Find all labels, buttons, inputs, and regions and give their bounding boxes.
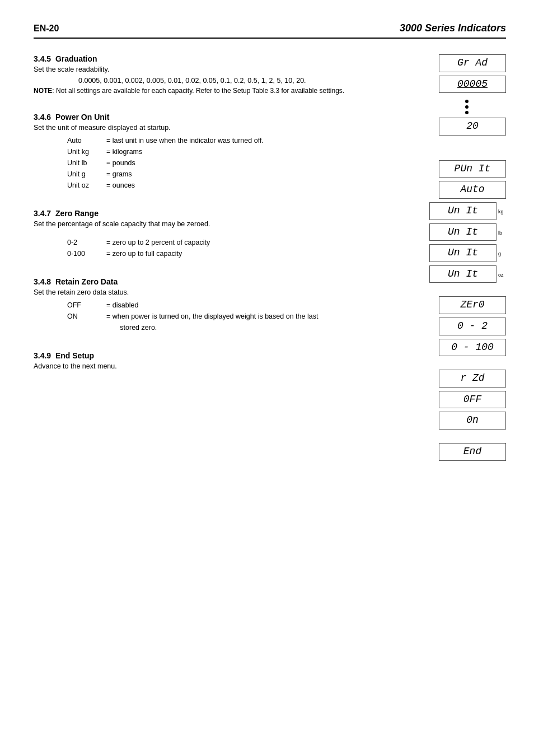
main-layout: 3.4.5 Graduation Set the scale readabili… (34, 54, 506, 469)
page-header: EN-20 3000 Series Indicators (34, 22, 506, 39)
lcd-unit-lb: Un It lb (429, 223, 506, 243)
lcd-grad-20: 20 (439, 118, 506, 137)
lcd-grad-ad: Gr Ad (439, 54, 506, 74)
lcd-display: 0n (439, 412, 506, 430)
section-title-zero-range: 3.4.7 Zero Range (34, 209, 383, 218)
list-item: Unit oz = ounces (67, 180, 383, 191)
unit-label-kg: kg (498, 209, 506, 214)
lcd-auto: Auto (439, 181, 506, 200)
section-desc-zero-range: Set the percentage of scale capacity tha… (34, 220, 383, 228)
lcd-pun-it: PUn It (439, 160, 506, 180)
power-on-unit-displays: PUn It Auto Un It kg Un It lb Un It g (394, 160, 506, 287)
section-zero-range: 3.4.7 Zero Range Set the percentage of s… (34, 209, 383, 259)
retain-zero-options: OFF = disabled ON = when power is turned… (67, 300, 383, 333)
lcd-0-2: 0 - 2 (439, 318, 506, 337)
list-item: Auto = last unit in use when the indicat… (67, 135, 383, 146)
lcd-unit-oz: Un It oz (429, 265, 506, 285)
list-item: OFF = disabled (67, 300, 383, 311)
lcd-end: End (439, 443, 506, 463)
retain-zero-displays: r Zd 0FF 0n (394, 370, 506, 433)
lcd-display: r Zd (439, 370, 506, 388)
list-item: 0-2 = zero up to 2 percent of capacity (67, 237, 383, 248)
page-number: EN-20 (34, 24, 59, 34)
lcd-display: Un It (429, 244, 496, 262)
unit-label-g: g (498, 251, 506, 256)
zero-range-options: 0-2 = zero up to 2 percent of capacity 0… (67, 231, 383, 259)
lcd-unit-kg: Un It kg (429, 202, 506, 222)
section-title-graduation: 3.4.5 Graduation (34, 54, 383, 63)
list-item: Unit g = grams (67, 169, 383, 180)
section-desc-power-on-unit: Set the unit of measure displayed at sta… (34, 124, 383, 132)
lcd-display: 0 - 100 (439, 339, 506, 357)
graduation-displays: Gr Ad 00005 20 (394, 54, 506, 139)
dot-indicator (465, 105, 469, 109)
list-item: Unit kg = kilograms (67, 146, 383, 157)
zero-range-displays: ZEr0 0 - 2 0 - 100 (394, 296, 506, 360)
page: EN-20 3000 Series Indicators 3.4.5 Gradu… (0, 0, 534, 756)
lcd-display: Un It (429, 202, 496, 220)
lcd-display: End (439, 443, 506, 461)
spacer (394, 143, 506, 160)
graduation-values: 0.0005, 0.001, 0.002, 0.005, 0.01, 0.02,… (78, 77, 383, 85)
lcd-display: 0FF (439, 391, 506, 409)
list-item: Unit lb = pounds (67, 157, 383, 169)
section-desc-retain-zero: Set the retain zero data status. (34, 288, 383, 296)
end-setup-displays: End (394, 443, 506, 464)
lcd-display: ZEr0 (439, 296, 506, 314)
lcd-display: 00005 (439, 76, 506, 94)
lcd-display: Auto (439, 181, 506, 199)
content-column: 3.4.5 Graduation Set the scale readabili… (34, 54, 394, 469)
section-title-end-setup: 3.4.9 End Setup (34, 351, 383, 360)
lcd-off: 0FF (439, 391, 506, 410)
lcd-on: 0n (439, 412, 506, 431)
display-column: Gr Ad 00005 20 PUn (394, 54, 506, 469)
spacer (394, 291, 506, 296)
lcd-zer0: ZEr0 (439, 296, 506, 316)
lcd-grad-value: 00005 (439, 76, 506, 95)
list-item: 0-100 = zero up to full capacity (67, 248, 383, 259)
document-title: 3000 Series Indicators (400, 22, 506, 34)
lcd-display: 20 (439, 118, 506, 136)
section-title-retain-zero: 3.4.8 Retain Zero Data (34, 277, 383, 286)
section-desc-graduation: Set the scale readability. (34, 66, 383, 73)
lcd-display: Un It (429, 223, 496, 241)
list-item: ON = when power is turned on, the displa… (67, 311, 383, 333)
section-title-power-on-unit: 3.4.6 Power On Unit (34, 113, 383, 122)
section-graduation: 3.4.5 Graduation Set the scale readabili… (34, 54, 383, 95)
section-power-on-unit: 3.4.6 Power On Unit Set the unit of meas… (34, 113, 383, 191)
lcd-rzd: r Zd (439, 370, 506, 389)
spacer (394, 364, 506, 370)
lcd-display: Gr Ad (439, 54, 506, 72)
section-retain-zero: 3.4.8 Retain Zero Data Set the retain ze… (34, 277, 383, 333)
section-desc-end-setup: Advance to the next menu. (34, 362, 383, 370)
lcd-display: Un It (429, 265, 496, 283)
section-end-setup: 3.4.9 End Setup Advance to the next menu… (34, 351, 383, 370)
spacer (394, 437, 506, 443)
dot-indicator (465, 100, 469, 103)
lcd-display: 0 - 2 (439, 318, 506, 335)
unit-label-lb: lb (498, 230, 506, 236)
graduation-note: NOTE: Not all settings are available for… (34, 87, 383, 95)
lcd-0-100: 0 - 100 (439, 339, 506, 358)
dot-indicator (465, 111, 469, 114)
power-on-unit-options: Auto = last unit in use when the indicat… (67, 135, 383, 191)
lcd-unit-g: Un It g (429, 244, 506, 264)
unit-label-oz: oz (498, 272, 506, 278)
lcd-display: PUn It (439, 160, 506, 178)
